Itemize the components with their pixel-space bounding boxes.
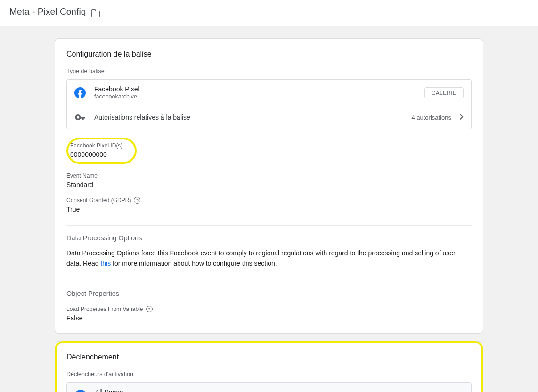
tag-name: Facebook Pixel bbox=[94, 85, 416, 93]
event-name-value: Standard bbox=[66, 181, 472, 188]
consent-value: True bbox=[66, 205, 472, 213]
config-section-title: Configuration de la balise bbox=[66, 50, 472, 58]
trigger-sub-label: Déclencheurs d'activation bbox=[66, 371, 472, 377]
object-properties-heading: Object Properties bbox=[66, 290, 472, 297]
chevron-right-icon bbox=[460, 114, 464, 121]
consent-label: Consent Granted (GDPR) bbox=[66, 197, 131, 204]
pageview-icon bbox=[74, 390, 87, 392]
pixel-id-value: 0000000000 bbox=[70, 151, 122, 158]
tag-config-card: Configuration de la balise Type de balis… bbox=[55, 38, 483, 334]
permissions-label: Autorisations relatives à la balise bbox=[94, 114, 403, 121]
gallery-button[interactable]: GALERIE bbox=[424, 87, 464, 98]
key-icon bbox=[74, 112, 86, 123]
tag-permissions-row[interactable]: Autorisations relatives à la balise 4 au… bbox=[67, 106, 471, 129]
tag-vendor: facebookarchive bbox=[94, 93, 416, 100]
page-title: Meta - Pixel Config bbox=[9, 7, 86, 20]
dpo-text: Data Processing Options force this Faceb… bbox=[66, 248, 472, 269]
dpo-link[interactable]: this bbox=[100, 260, 111, 267]
help-icon[interactable]: ? bbox=[146, 306, 153, 312]
load-var-value: False bbox=[66, 314, 472, 322]
trigger-name: All Pages bbox=[95, 388, 123, 392]
pixel-id-highlight: Facebook Pixel ID(s) 0000000000 bbox=[66, 138, 137, 164]
trigger-card: Déclenchement Déclencheurs d'activation … bbox=[55, 341, 483, 392]
folder-icon[interactable] bbox=[91, 11, 100, 17]
facebook-icon bbox=[74, 87, 86, 98]
trigger-section-title: Déclenchement bbox=[66, 353, 472, 361]
event-name-label: Event Name bbox=[66, 172, 472, 179]
tag-type-row[interactable]: Facebook Pixel facebookarchive GALERIE bbox=[67, 80, 471, 106]
tag-type-label: Type de balise bbox=[66, 68, 472, 74]
pixel-id-label: Facebook Pixel ID(s) bbox=[70, 142, 122, 149]
dpo-heading: Data Processing Options bbox=[66, 234, 472, 242]
load-var-label: Load Properties From Variable bbox=[66, 306, 143, 312]
trigger-row[interactable]: All Pages Page vue bbox=[66, 382, 472, 392]
permissions-count: 4 autorisations bbox=[411, 114, 451, 121]
help-icon[interactable]: ? bbox=[134, 197, 140, 204]
